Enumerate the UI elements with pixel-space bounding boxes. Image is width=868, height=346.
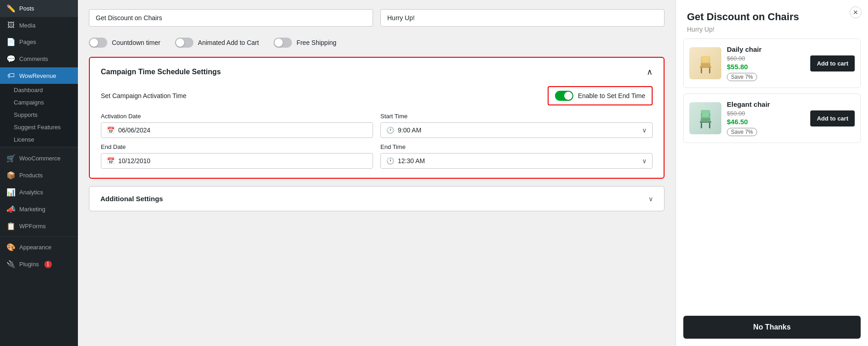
sidebar-item-wowrevenue[interactable]: 🏷 WowRevenue xyxy=(0,67,78,84)
sidebar-item-plugins[interactable]: 🔌 Plugins 1 xyxy=(0,256,78,273)
activation-date-field: Activation Date 📅 06/06/2024 xyxy=(101,113,373,138)
product-image-daily-chair xyxy=(689,47,721,79)
center-panel: Countdown timer Animated Add to Cart Fre… xyxy=(78,0,676,346)
date-time-grid: Activation Date 📅 06/06/2024 Start Time … xyxy=(101,113,653,169)
sidebar-divider-1 xyxy=(0,148,78,148)
preview-header: Get Discount on Chairs Hurry Up! xyxy=(676,0,868,38)
animated-add-to-cart-toggle[interactable] xyxy=(175,38,193,48)
svg-rect-11 xyxy=(702,113,709,117)
sidebar-sub-suggest[interactable]: Suggest Features xyxy=(0,121,78,133)
activation-date-value: 06/06/2024 xyxy=(118,126,150,134)
sidebar-sub-license[interactable]: License xyxy=(0,133,78,146)
preview-subtitle: Hurry Up! xyxy=(687,26,857,33)
campaign-subtitle-input[interactable] xyxy=(380,9,665,27)
svg-rect-6 xyxy=(709,68,710,73)
svg-rect-10 xyxy=(701,110,710,113)
enable-end-time-label: Enable to Set End Time xyxy=(578,92,645,99)
media-icon: 🖼 xyxy=(6,21,16,29)
end-time-input[interactable]: 🕐 12:30 AM ∨ xyxy=(380,153,653,169)
sidebar-item-products[interactable]: 📦 Products xyxy=(0,167,78,184)
sidebar-sub-campaigns[interactable]: Campaigns xyxy=(0,96,78,109)
product-sale-price-elegant-chair: $46.50 xyxy=(727,118,805,126)
svg-rect-13 xyxy=(709,123,710,128)
product-original-price-daily-chair: $60.00 xyxy=(727,55,805,62)
sidebar-sub-dashboard[interactable]: Dashboard xyxy=(0,84,78,96)
end-time-label: End Time xyxy=(380,143,653,150)
toggle-row: Countdown timer Animated Add to Cart Fre… xyxy=(89,38,665,48)
campaign-box-title: Campaign Time Schedule Settings xyxy=(101,68,221,76)
clock-icon-end: 🕐 xyxy=(386,157,394,165)
activation-row: Set Campaign Activation Time Enable to S… xyxy=(101,86,653,105)
enable-end-time-toggle[interactable] xyxy=(555,91,573,101)
countdown-timer-label: Countdown timer xyxy=(112,39,160,46)
chevron-down-icon-additional[interactable]: ∨ xyxy=(648,195,653,203)
activation-date-label: Activation Date xyxy=(101,113,373,120)
sidebar-submenu: Dashboard Campaigns Supports Suggest Fea… xyxy=(0,84,78,146)
product-save-badge-elegant-chair: Save 7% xyxy=(727,128,757,136)
product-card-daily-chair: Daily chair $60.00 $55.80 Save 7% Add to… xyxy=(683,38,861,88)
start-time-value: 9:00 AM xyxy=(398,126,421,134)
sidebar-item-pages[interactable]: 📄 Pages xyxy=(0,33,78,50)
end-date-label: End Date xyxy=(101,143,373,150)
campaign-title-input[interactable] xyxy=(89,9,373,27)
sidebar-item-media[interactable]: 🖼 Media xyxy=(0,17,78,33)
additional-settings-section: Additional Settings ∨ xyxy=(89,186,665,211)
sidebar-item-woocommerce[interactable]: 🛒 WooCommerce xyxy=(0,150,78,167)
free-shipping-toggle[interactable] xyxy=(274,38,292,48)
sidebar-label-comments: Comments xyxy=(19,55,48,62)
sidebar-item-wpforms[interactable]: 📋 WPForms xyxy=(0,218,78,235)
add-to-cart-button-daily-chair[interactable]: Add to cart xyxy=(810,55,855,71)
sidebar: ✏️ Posts 🖼 Media 📄 Pages 💬 Comments 🏷 Wo… xyxy=(0,0,78,346)
plugins-badge: 1 xyxy=(44,261,52,268)
comments-icon: 💬 xyxy=(6,55,16,63)
product-original-price-elegant-chair: $50.00 xyxy=(727,110,805,117)
preview-close-button[interactable]: ✕ xyxy=(850,6,862,18)
sidebar-label-marketing: Marketing xyxy=(19,206,45,213)
posts-icon: ✏️ xyxy=(6,4,16,13)
wowrevenue-icon: 🏷 xyxy=(6,71,16,80)
end-time-left: 🕐 12:30 AM xyxy=(386,157,425,165)
start-time-field: Start Time 🕐 9:00 AM ∨ xyxy=(380,113,653,138)
sidebar-item-comments[interactable]: 💬 Comments xyxy=(0,50,78,67)
product-save-badge-daily-chair: Save 7% xyxy=(727,73,757,81)
sidebar-label-wpforms: WPForms xyxy=(19,223,46,230)
activation-label: Set Campaign Activation Time xyxy=(101,92,187,99)
sidebar-item-analytics[interactable]: 📊 Analytics xyxy=(0,184,78,201)
calendar-icon-end: 📅 xyxy=(107,157,115,165)
woocommerce-icon: 🛒 xyxy=(6,154,16,163)
sidebar-divider-2 xyxy=(0,236,78,237)
marketing-icon: 📣 xyxy=(6,205,16,214)
chevron-down-icon-end: ∨ xyxy=(642,157,647,165)
sidebar-label-appearance: Appearance xyxy=(19,244,51,251)
countdown-timer-toggle[interactable] xyxy=(89,38,107,48)
start-time-left: 🕐 9:00 AM xyxy=(386,126,421,134)
sidebar-item-appearance[interactable]: 🎨 Appearance xyxy=(0,239,78,256)
sidebar-item-posts[interactable]: ✏️ Posts xyxy=(0,0,78,17)
free-shipping-label: Free Shipping xyxy=(297,39,336,46)
animated-add-to-cart-toggle-item: Animated Add to Cart xyxy=(175,38,259,48)
sidebar-sub-supports[interactable]: Supports xyxy=(0,109,78,121)
products-icon: 📦 xyxy=(6,171,16,180)
add-to-cart-button-elegant-chair[interactable]: Add to cart xyxy=(810,110,855,126)
start-time-input[interactable]: 🕐 9:00 AM ∨ xyxy=(380,122,653,138)
sidebar-label-pages: Pages xyxy=(19,38,36,45)
activation-date-input[interactable]: 📅 06/06/2024 xyxy=(101,122,373,138)
preview-panel: ✕ Get Discount on Chairs Hurry Up! xyxy=(676,0,868,346)
product-name-daily-chair: Daily chair xyxy=(727,45,805,53)
svg-rect-3 xyxy=(701,56,710,59)
product-sale-price-daily-chair: $55.80 xyxy=(727,63,805,71)
svg-rect-12 xyxy=(701,123,702,128)
product-card-elegant-chair: Elegant chair $50.00 $46.50 Save 7% Add … xyxy=(683,93,861,143)
svg-rect-4 xyxy=(702,59,709,62)
end-date-input[interactable]: 📅 10/12/2010 xyxy=(101,153,373,169)
end-date-field: End Date 📅 10/12/2010 xyxy=(101,143,373,169)
sidebar-label-plugins: Plugins xyxy=(19,261,39,268)
end-date-value: 10/12/2010 xyxy=(118,157,150,165)
calendar-icon-activation: 📅 xyxy=(107,126,115,134)
campaign-box-header: Campaign Time Schedule Settings ∧ xyxy=(101,67,653,77)
collapse-icon[interactable]: ∧ xyxy=(647,67,653,77)
sidebar-item-marketing[interactable]: 📣 Marketing xyxy=(0,201,78,218)
no-thanks-button[interactable]: No Thanks xyxy=(683,316,861,339)
countdown-timer-toggle-item: Countdown timer xyxy=(89,38,160,48)
end-time-field: End Time 🕐 12:30 AM ∨ xyxy=(380,143,653,169)
